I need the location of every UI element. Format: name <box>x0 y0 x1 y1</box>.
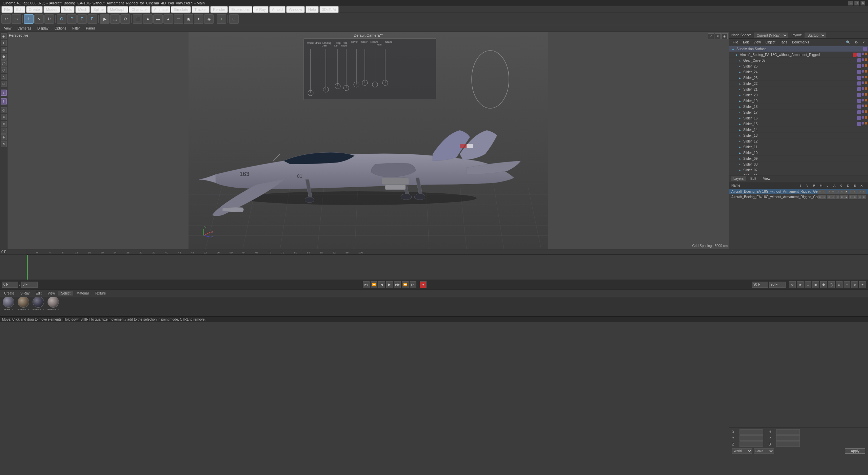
om-edit-tab[interactable]: Edit <box>741 40 751 44</box>
material-item[interactable]: Boeing_1 <box>18 297 29 310</box>
move-tool-button[interactable]: ✛ <box>24 14 34 24</box>
world-select[interactable]: World <box>732 448 752 454</box>
viewport[interactable]: Perspective Default Camera** ⤢ # ◉ <box>7 32 729 249</box>
start-frame-input[interactable] <box>752 282 768 288</box>
left-tool-5[interactable]: ◯ <box>1 60 7 66</box>
object-list-item[interactable]: ▲Slider_14 <box>729 127 868 133</box>
om-close-btn[interactable]: × <box>861 40 867 44</box>
menu-item-tools[interactable]: Tools <box>61 6 75 13</box>
close-button[interactable]: × <box>861 1 865 5</box>
viewport-maximize-icon[interactable]: ⤢ <box>708 33 714 39</box>
material-tab[interactable]: Material <box>74 291 92 296</box>
filter-menu-button[interactable]: Filter <box>70 26 82 31</box>
pb-btn-7[interactable]: ⊞ <box>836 281 843 288</box>
menu-item-spline[interactable]: Spline <box>91 6 106 13</box>
object-list-item[interactable]: ▲Aircraft_Boeing_EA-18G_without_Armament… <box>729 52 868 58</box>
poly-mode-button[interactable]: F <box>87 14 97 24</box>
point-mode-button[interactable]: P <box>67 14 77 24</box>
left-tool-9[interactable]: S <box>1 90 7 96</box>
object-list-item[interactable]: ▲Slider_12 <box>729 138 868 144</box>
object-list-item[interactable]: ▲Slider_17 <box>729 110 868 115</box>
node-space-select[interactable]: Current (V-Ray) <box>754 33 788 38</box>
layout-select[interactable]: Startup <box>805 33 826 38</box>
object-list-item[interactable]: ▲Slider_21 <box>729 87 868 92</box>
object-list-item[interactable]: ▲Slider_09 <box>729 156 868 162</box>
left-tool-3[interactable]: ⊞ <box>1 47 7 53</box>
pb-btn-1[interactable]: ⊙ <box>789 281 796 288</box>
rotate-tool-button[interactable]: ↻ <box>44 14 54 24</box>
om-bookmarks-tab[interactable]: Bookmarks <box>790 40 811 44</box>
coord-z-input[interactable] <box>739 441 763 447</box>
om-file-tab[interactable]: File <box>731 40 740 44</box>
pb-btn-3[interactable]: □ <box>805 281 811 288</box>
render-settings-button[interactable]: ⚙ <box>120 14 130 24</box>
object-list-item[interactable]: ▲Slider_24 <box>729 69 868 75</box>
vray-tab[interactable]: V-Ray <box>18 291 32 296</box>
object-list-item[interactable]: ▲Slider_15 <box>729 121 868 127</box>
left-tool-8[interactable]: □ <box>1 81 7 87</box>
menu-item-file[interactable]: File <box>1 6 13 13</box>
left-tool-13[interactable]: ≋ <box>1 121 7 127</box>
om-tags-tab[interactable]: Tags <box>778 40 789 44</box>
viewport-camera-icon[interactable]: ◉ <box>722 33 728 39</box>
redo-button[interactable]: ↪ <box>12 14 21 24</box>
cylinder-button[interactable]: ▬ <box>153 14 163 24</box>
menu-item-help[interactable]: Help <box>305 6 319 13</box>
view-tab[interactable]: View <box>760 176 773 181</box>
menu-item-create[interactable]: Create <box>26 6 43 13</box>
material-item[interactable]: Scale_1 <box>3 297 14 310</box>
end-frame-input[interactable] <box>769 282 786 288</box>
texture-tab[interactable]: Texture <box>92 291 108 296</box>
prev-frame-button[interactable]: ⏪ <box>371 281 377 288</box>
layers-tab[interactable]: Layers <box>731 176 746 181</box>
left-tool-1[interactable]: ◈ <box>1 33 7 39</box>
edit-tab[interactable]: Edit <box>748 176 759 181</box>
scale-tool-button[interactable]: ⤡ <box>34 14 44 24</box>
cube-button[interactable]: ⬛ <box>133 14 142 24</box>
attr-row[interactable]: Aircraft_Boeing_EA-18G_without_Armament_… <box>729 189 868 194</box>
menu-item-extensions[interactable]: Extensions <box>229 6 252 13</box>
object-list-item[interactable]: ▲Subdivision Surface <box>729 46 868 52</box>
edit-mat-tab[interactable]: Edit <box>33 291 44 296</box>
object-list-item[interactable]: ▲Gear_Cover02 <box>729 58 868 63</box>
om-search-btn[interactable]: 🔍 <box>844 40 852 44</box>
menu-item-window[interactable]: Window <box>286 6 305 13</box>
object-list-item[interactable]: ▲Slider_08 <box>729 162 868 167</box>
object-list-item[interactable]: ▲Slider_18 <box>729 104 868 110</box>
sphere-button[interactable]: ● <box>143 14 153 24</box>
cameras-menu-button[interactable]: Cameras <box>15 26 34 31</box>
object-list-item[interactable]: ▲Slider_16 <box>729 115 868 121</box>
maximize-button[interactable]: □ <box>854 1 859 5</box>
total-frame-input[interactable] <box>21 282 38 288</box>
left-tool-14[interactable]: ≡ <box>1 128 7 134</box>
menu-item-render[interactable]: Render <box>210 6 228 13</box>
left-tool-16[interactable]: ✿ <box>1 141 7 147</box>
pb-btn-8[interactable]: ≡ <box>844 281 850 288</box>
current-frame-input[interactable] <box>2 282 18 288</box>
left-tool-7[interactable]: △ <box>1 74 7 80</box>
left-tool-10[interactable]: $ <box>1 98 7 104</box>
menu-item-character[interactable]: Character <box>129 6 151 13</box>
create-tab[interactable]: Create <box>1 291 17 296</box>
display-menu-button[interactable]: Display <box>35 26 51 31</box>
menu-item-v-ray[interactable]: V-Ray <box>253 6 269 13</box>
timeline-content[interactable] <box>0 255 868 280</box>
menu-item-animate[interactable]: Animate <box>151 6 170 13</box>
options-menu-button[interactable]: Options <box>52 26 69 31</box>
left-tool-12[interactable]: ⊕ <box>1 114 7 120</box>
pb-btn-4[interactable]: ▣ <box>812 281 819 288</box>
camera-button[interactable]: ◉ <box>184 14 193 24</box>
coord-b-input[interactable] <box>776 441 800 447</box>
pb-btn-10[interactable]: ✦ <box>859 281 866 288</box>
plane-button[interactable]: ▭ <box>174 14 183 24</box>
object-list-item[interactable]: ▲Slider_13 <box>729 133 868 138</box>
material-item[interactable]: Boeing_1 <box>47 297 59 310</box>
menu-item-edit[interactable]: Edit <box>14 6 25 13</box>
coord-h-input[interactable] <box>776 429 800 435</box>
coord-x-input[interactable] <box>739 429 763 435</box>
left-tool-2[interactable]: ✦ <box>1 40 7 46</box>
add-button[interactable]: + <box>217 14 226 24</box>
object-list-item[interactable]: ▲Slider_19 <box>729 98 868 104</box>
menu-item-arnold[interactable]: Arnold <box>269 6 285 13</box>
object-list-item[interactable]: ▲Slider_20 <box>729 92 868 98</box>
